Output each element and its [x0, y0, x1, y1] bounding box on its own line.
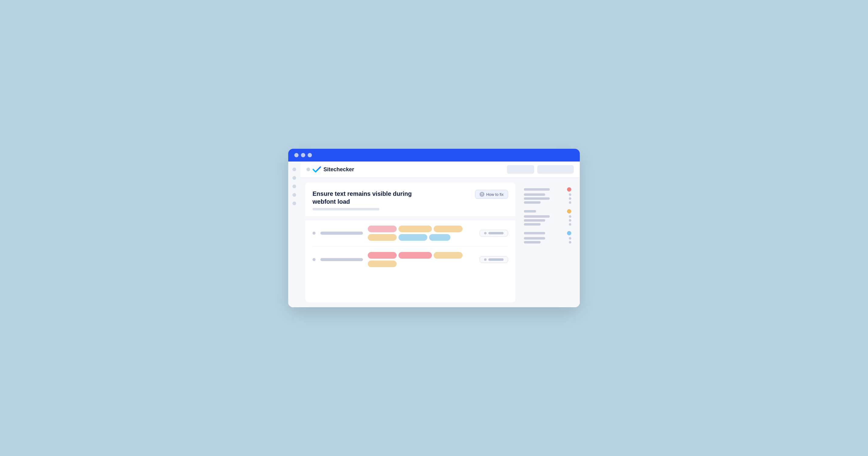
right-dot-2c: [569, 223, 571, 226]
right-subbar-2c: [524, 223, 540, 226]
right-sub-rows-3: [524, 237, 571, 243]
right-dot-2a: [569, 215, 571, 218]
right-row-3a: [524, 231, 571, 235]
sidebar-dot-2: [292, 176, 296, 180]
browser-titlebar: [288, 149, 580, 162]
right-subbar-1a: [524, 193, 545, 196]
right-subbar-1b: [524, 197, 550, 200]
row-icon-2: [312, 258, 315, 261]
right-sub-row-3b: [524, 241, 571, 243]
sidebar-dot-1: [292, 168, 296, 171]
tag-orange-4: [434, 252, 463, 259]
card-title: Ensure text remains visible during webfo…: [312, 190, 428, 205]
action-bar-2: [488, 258, 503, 261]
action-bar-1: [488, 232, 503, 234]
right-sub-row-2b: [524, 219, 571, 222]
row-label-2: [320, 258, 363, 261]
right-row-2a: [524, 209, 571, 214]
row-action-button-2[interactable]: [479, 256, 508, 263]
right-subbar-2a: [524, 215, 550, 218]
tag-orange-2: [434, 226, 463, 232]
right-sub-row-1c: [524, 201, 571, 204]
right-dot-3b: [569, 241, 571, 243]
right-sub-rows-1: [524, 193, 571, 204]
tag-orange-3: [368, 234, 397, 241]
right-bar-2a: [524, 210, 536, 213]
sidebar-dot-3: [292, 185, 296, 188]
logo-circle: [306, 168, 310, 171]
browser-window: Sitechecker Ensure text remains visible …: [288, 149, 580, 307]
tags-area-2: [368, 252, 475, 267]
right-sub-row-2a: [524, 215, 571, 218]
card-header: Ensure text remains visible during webfo…: [312, 190, 508, 205]
nav-button-2[interactable]: [537, 165, 574, 174]
card-subtitle-bar: [312, 208, 379, 210]
right-subbar-1c: [524, 201, 540, 204]
sidebar-dot-5: [292, 202, 296, 205]
row-icon-1: [312, 232, 315, 235]
right-sub-rows-2: [524, 215, 571, 226]
right-dot-1a: [569, 193, 571, 196]
logo-icon: [312, 166, 321, 173]
right-section-1: [524, 187, 571, 204]
row-label-1: [320, 232, 363, 235]
row-action-button-1[interactable]: [479, 230, 508, 236]
tag-blue-2: [429, 234, 451, 241]
how-to-fix-button[interactable]: ? How to fix: [475, 190, 508, 199]
nav-button-1[interactable]: [507, 165, 534, 174]
tag-red-1: [368, 252, 397, 259]
right-section-3: [524, 231, 571, 243]
help-icon: ?: [479, 192, 485, 197]
right-subbar-2b: [524, 219, 545, 222]
main-area: Sitechecker Ensure text remains visible …: [300, 162, 580, 307]
logo-text: Sitechecker: [323, 166, 354, 173]
indicator-red: [567, 187, 571, 192]
tag-orange-5: [368, 260, 397, 267]
nav-bar: Sitechecker: [300, 162, 580, 177]
right-bar-1a: [524, 188, 550, 191]
tags-area-1: [368, 226, 475, 241]
right-sub-row-1a: [524, 193, 571, 196]
logo-area: Sitechecker: [306, 166, 507, 173]
action-dot-2: [484, 258, 487, 261]
right-dot-3a: [569, 237, 571, 239]
traffic-light-yellow: [301, 153, 305, 157]
right-bar-3a: [524, 232, 545, 234]
left-sidebar: [288, 162, 300, 307]
tag-pink-1: [368, 226, 397, 232]
sidebar-dot-4: [292, 193, 296, 197]
right-sub-row-3a: [524, 237, 571, 239]
table-row-1: [312, 220, 508, 247]
indicator-orange: [567, 209, 571, 214]
traffic-light-green: [308, 153, 312, 157]
right-dot-1c: [569, 201, 571, 204]
browser-content: Sitechecker Ensure text remains visible …: [288, 162, 580, 307]
right-subbar-3a: [524, 237, 545, 239]
action-dot-1: [484, 232, 487, 234]
table-row-2: [312, 247, 508, 273]
content-panel: Ensure text remains visible during webfo…: [300, 177, 580, 307]
indicator-blue: [567, 231, 571, 235]
main-card: Ensure text remains visible during webfo…: [305, 183, 516, 302]
right-sidebar: [520, 183, 575, 302]
right-sub-row-2c: [524, 223, 571, 226]
right-section-2: [524, 209, 571, 226]
tag-blue-1: [399, 234, 427, 241]
right-dot-2b: [569, 219, 571, 222]
tag-red-2: [399, 252, 432, 259]
right-sub-row-1b: [524, 197, 571, 200]
how-to-fix-label: How to fix: [486, 192, 503, 197]
nav-buttons: [507, 165, 574, 174]
traffic-light-red: [294, 153, 299, 157]
right-dot-1b: [569, 197, 571, 200]
right-row-1a: [524, 187, 571, 192]
right-subbar-3b: [524, 241, 540, 243]
tag-orange-1: [399, 226, 432, 232]
